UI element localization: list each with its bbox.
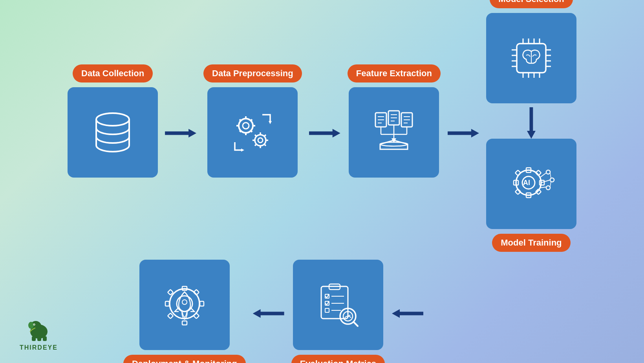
step-evaluation: Evaluation Metrics bbox=[291, 260, 385, 363]
row-2: Deployment & Monitoring bbox=[24, 260, 620, 363]
step-model-selection-inner: Model Selection bbox=[486, 0, 576, 103]
svg-line-77 bbox=[550, 173, 551, 178]
svg-line-20 bbox=[255, 144, 256, 146]
svg-line-10 bbox=[240, 130, 241, 132]
svg-rect-84 bbox=[200, 301, 204, 306]
svg-rect-110 bbox=[43, 336, 47, 341]
svg-line-8 bbox=[251, 130, 252, 132]
svg-rect-109 bbox=[37, 336, 41, 341]
logo-icon bbox=[25, 315, 52, 343]
svg-rect-96 bbox=[325, 308, 329, 312]
svg-marker-22 bbox=[269, 121, 272, 124]
svg-point-0 bbox=[96, 113, 129, 126]
label-evaluation: Evaluation Metrics bbox=[291, 355, 385, 363]
label-deployment: Deployment & Monitoring bbox=[123, 355, 246, 363]
svg-line-9 bbox=[251, 119, 252, 121]
svg-line-19 bbox=[264, 135, 266, 136]
svg-point-105 bbox=[28, 322, 34, 329]
svg-point-107 bbox=[34, 324, 35, 325]
svg-rect-108 bbox=[32, 336, 36, 341]
svg-point-11 bbox=[255, 135, 266, 146]
step-model-selection: Model Selection bbox=[486, 0, 576, 252]
svg-line-7 bbox=[240, 119, 241, 121]
svg-point-2 bbox=[243, 123, 249, 129]
box-evaluation bbox=[293, 260, 383, 350]
step-data-collection: Data Collection bbox=[68, 64, 158, 178]
step-model-training: AI Model Training bbox=[486, 139, 576, 252]
svg-rect-83 bbox=[165, 301, 169, 306]
svg-rect-88 bbox=[168, 313, 173, 319]
svg-point-12 bbox=[258, 138, 263, 143]
svg-point-89 bbox=[182, 300, 187, 304]
step-data-preprocessing: Data Preprocessing bbox=[203, 64, 302, 178]
row-1: Data Collection Data Preprocessing bbox=[24, 0, 620, 252]
box-model-training: AI bbox=[486, 139, 576, 229]
box-model-selection bbox=[486, 13, 576, 103]
main-container: Data Collection Data Preprocessing bbox=[0, 0, 644, 363]
box-deployment bbox=[139, 260, 230, 350]
label-data-collection: Data Collection bbox=[73, 64, 153, 82]
svg-line-102 bbox=[353, 322, 358, 326]
step-feature-extraction: Feature Extraction bbox=[348, 64, 441, 178]
svg-rect-82 bbox=[182, 321, 187, 325]
label-model-selection: Model Selection bbox=[490, 0, 573, 8]
svg-line-78 bbox=[550, 182, 551, 187]
arrow-down-icon bbox=[527, 107, 536, 139]
svg-marker-21 bbox=[241, 148, 244, 152]
box-feature-extraction bbox=[349, 87, 439, 178]
step-deployment: Deployment & Monitoring bbox=[123, 260, 246, 363]
svg-line-76 bbox=[540, 187, 546, 188]
box-data-preprocessing bbox=[207, 87, 298, 178]
label-feature-extraction: Feature Extraction bbox=[348, 64, 441, 82]
svg-point-71 bbox=[546, 170, 550, 174]
svg-line-17 bbox=[255, 135, 256, 136]
logo-text: THIRDEYE bbox=[20, 344, 58, 351]
svg-line-74 bbox=[540, 173, 546, 177]
svg-line-18 bbox=[264, 144, 266, 146]
arrow-down bbox=[527, 107, 536, 139]
svg-text:AI: AI bbox=[523, 179, 530, 187]
label-data-preprocessing: Data Preprocessing bbox=[203, 64, 302, 82]
box-data-collection bbox=[68, 87, 158, 178]
svg-point-73 bbox=[546, 186, 550, 190]
svg-point-72 bbox=[550, 178, 554, 182]
label-model-training: Model Training bbox=[492, 234, 570, 252]
logo-area: THIRDEYE bbox=[20, 315, 58, 351]
